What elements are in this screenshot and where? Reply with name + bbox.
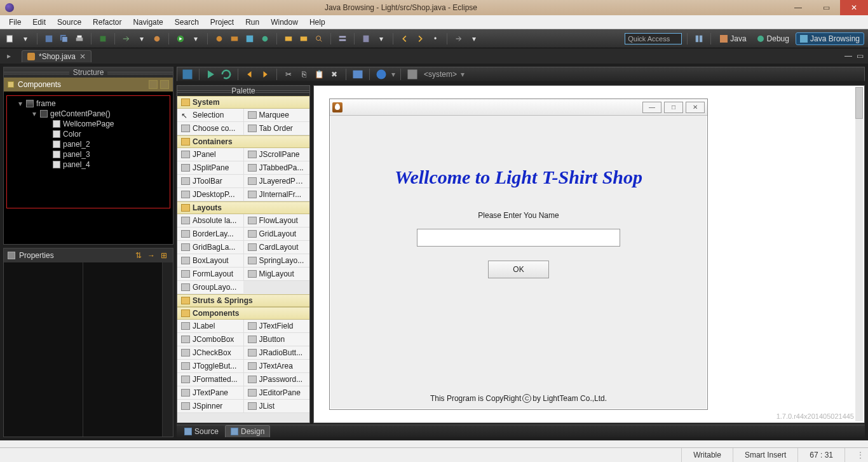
test-button[interactable] <box>205 68 217 81</box>
last-edit-button[interactable]: • <box>429 32 442 45</box>
menu-help[interactable]: Help <box>304 17 330 28</box>
palette-item-jbutton[interactable]: JButton <box>243 333 310 346</box>
name-input[interactable] <box>417 229 620 247</box>
close-tab-icon[interactable]: ✕ <box>79 52 86 61</box>
tree-item-panel2[interactable]: panel_2 <box>8 139 168 149</box>
properties-action-2[interactable]: → <box>146 250 156 261</box>
menu-edit[interactable]: Edit <box>27 17 51 28</box>
menu-file[interactable]: File <box>4 17 26 28</box>
menu-navigate[interactable]: Navigate <box>128 17 168 28</box>
tree-item-color[interactable]: Color <box>8 129 168 139</box>
open-type-button[interactable] <box>282 32 295 45</box>
menu-search[interactable]: Search <box>170 17 204 28</box>
search-button[interactable] <box>313 32 325 45</box>
palette-item-border[interactable]: BorderLay... <box>177 228 243 241</box>
properties-action-3[interactable]: ⊞ <box>159 250 169 261</box>
palette-item-jtextarea[interactable]: JTextArea <box>243 360 310 373</box>
design-canvas[interactable]: — □ ✕ Wellcome to Light T-Shirt Shop Ple… <box>313 85 865 423</box>
tab-design[interactable]: Design <box>225 425 270 437</box>
quick-access-input[interactable]: Quick Access <box>625 33 682 44</box>
palette-item-group[interactable]: GroupLayo... <box>177 281 243 294</box>
tree-item-getcontentpane[interactable]: ▾getContentPane() <box>8 109 168 119</box>
globe-button[interactable] <box>375 68 388 81</box>
properties-action-1[interactable]: ⇅ <box>133 250 144 261</box>
window-close-button[interactable]: ✕ <box>840 0 868 15</box>
window-maximize-button[interactable]: ▭ <box>812 0 840 15</box>
new-button[interactable] <box>4 32 17 45</box>
editor-minimize-button[interactable]: — <box>843 50 854 62</box>
preview-close-button[interactable]: ✕ <box>686 102 705 113</box>
palette-item-jeditorpane[interactable]: JEditorPane <box>243 386 310 400</box>
palette-item-jpassword[interactable]: JPassword... <box>243 373 310 386</box>
resize-grip[interactable]: ⋮ <box>844 448 868 462</box>
laf-button[interactable] <box>406 68 419 81</box>
editor-maximize-button[interactable]: ▭ <box>854 50 865 62</box>
open-perspective-button[interactable] <box>693 32 705 45</box>
perspective-debug[interactable]: Debug <box>753 33 793 44</box>
palette-item-jcheckbox[interactable]: JCheckBox <box>177 346 243 360</box>
palette-item-jinternalframe[interactable]: JInternalFr... <box>243 188 310 201</box>
preview-titlebar[interactable]: — □ ✕ <box>330 99 707 116</box>
tree-item-wellcomepage[interactable]: WellcomePage <box>8 119 168 129</box>
palette-item-jtogglebutton[interactable]: JToggleBut... <box>177 360 243 373</box>
toggle-breadcrumb-button[interactable] <box>336 32 349 45</box>
build-button[interactable] <box>97 32 109 45</box>
menu-source[interactable]: Source <box>52 17 86 28</box>
tree-item-frame[interactable]: ▾frame <box>8 99 168 109</box>
palette-item-jscrollpane[interactable]: JScrollPane <box>243 148 310 161</box>
debug-step-button[interactable] <box>120 32 133 45</box>
structure-header[interactable]: Structure <box>4 67 173 78</box>
save-all-button[interactable] <box>58 32 71 45</box>
palette-item-jtextpane[interactable]: JTextPane <box>177 386 243 400</box>
back-button[interactable] <box>398 32 411 45</box>
properties-table[interactable] <box>4 262 173 437</box>
new-dropdown[interactable]: ▾ <box>19 32 32 45</box>
redo-button[interactable] <box>259 68 271 81</box>
tree-item-panel3[interactable]: panel_3 <box>8 149 168 160</box>
run-button[interactable] <box>174 32 187 45</box>
palette-item-flow[interactable]: FlowLayout <box>243 214 310 228</box>
ext-tools-button[interactable] <box>228 32 241 45</box>
open-task-button[interactable] <box>297 32 310 45</box>
skip-button[interactable] <box>151 32 163 45</box>
palette-item-marquee[interactable]: Marquee <box>243 109 310 122</box>
palette-category-components[interactable]: Components <box>177 307 309 320</box>
palette-item-card[interactable]: CardLayout <box>243 241 310 254</box>
tab-source[interactable]: Source <box>179 426 224 437</box>
palette-item-jpanel[interactable]: JPanel <box>177 148 243 161</box>
print-button[interactable] <box>73 32 86 45</box>
editor-tab-shop-java[interactable]: *Shop.java ✕ <box>22 50 92 62</box>
paste-button[interactable]: 📋 <box>313 68 325 81</box>
collapse-all-button[interactable] <box>160 80 169 89</box>
next-annotation-button[interactable] <box>452 32 465 45</box>
menu-run[interactable]: Run <box>240 17 264 28</box>
preview-window[interactable]: — □ ✕ Wellcome to Light T-Shirt Shop Ple… <box>329 99 708 410</box>
palette-item-selection[interactable]: Selection <box>177 109 243 122</box>
palette-item-jradiobutton[interactable]: JRadioButt... <box>243 346 310 360</box>
menu-refactor[interactable]: Refactor <box>88 17 126 28</box>
palette-item-jspinner[interactable]: JSpinner <box>177 400 243 413</box>
palette-item-jsplitpane[interactable]: JSplitPane <box>177 161 243 175</box>
pin-button[interactable] <box>360 32 372 45</box>
refresh-button[interactable] <box>220 68 233 81</box>
palette-item-jlabel[interactable]: JLabel <box>177 320 243 333</box>
window-minimize-button[interactable]: — <box>784 0 812 15</box>
palette-item-jcombobox[interactable]: JComboBox <box>177 333 243 346</box>
palette-category-layouts[interactable]: Layouts <box>177 201 309 214</box>
new-class-button[interactable] <box>259 32 271 45</box>
palette-item-form[interactable]: FormLayout <box>177 268 243 281</box>
palette-category-containers[interactable]: Containers <box>177 135 309 148</box>
debug-dropdown[interactable]: ▾ <box>135 32 148 45</box>
palette-item-gridbag[interactable]: GridBagLa... <box>177 241 243 254</box>
undo-button[interactable] <box>243 68 256 81</box>
palette-item-box[interactable]: BoxLayout <box>177 254 243 268</box>
cut-button[interactable]: ✂ <box>282 68 295 81</box>
save-button[interactable] <box>43 32 55 45</box>
component-tree[interactable]: ▾frame ▾getContentPane() WellcomePage Co… <box>4 92 173 244</box>
ok-button[interactable]: OK <box>488 261 549 278</box>
palette-item-jtoolbar[interactable]: JToolBar <box>177 175 243 188</box>
menu-window[interactable]: Window <box>266 17 303 28</box>
delete-button[interactable]: ✖ <box>328 68 341 81</box>
next-annotation-drop[interactable]: ▾ <box>468 32 480 45</box>
palette-item-absolute[interactable]: Absolute la... <box>177 214 243 228</box>
